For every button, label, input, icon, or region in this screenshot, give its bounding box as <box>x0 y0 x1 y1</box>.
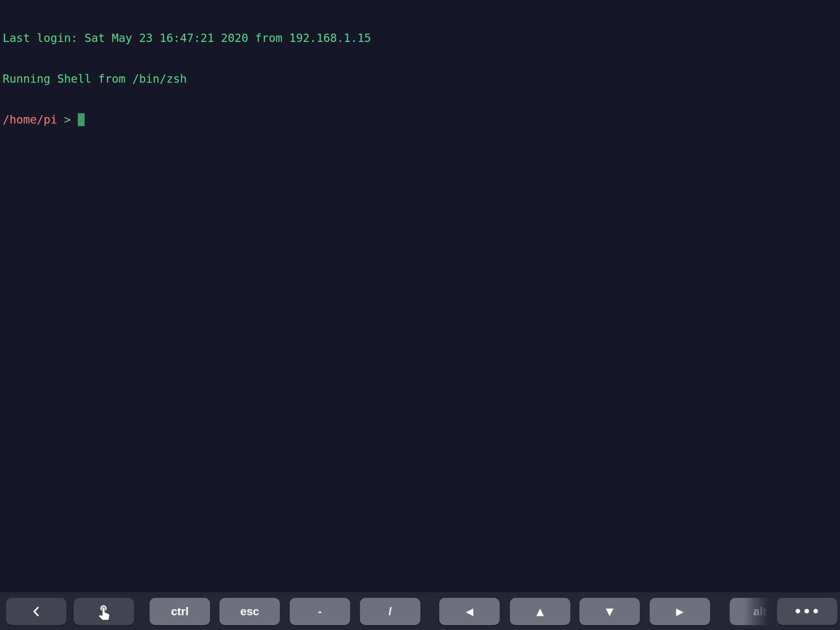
arrow-up-icon: ▲ <box>536 606 544 617</box>
esc-key-label: esc <box>240 605 259 618</box>
dash-key-label: - <box>318 605 322 618</box>
arrow-down-icon: ▼ <box>606 606 613 617</box>
terminal-cursor <box>78 113 85 126</box>
dash-key[interactable]: - <box>290 598 350 625</box>
touch-input-key[interactable] <box>74 598 134 625</box>
arrow-down-key[interactable]: ▼ <box>579 598 640 625</box>
more-keys-icon: ••• <box>794 604 820 619</box>
ctrl-key-label: ctrl <box>171 605 189 618</box>
prompt-symbol: > <box>57 113 78 126</box>
arrow-left-icon: ◀ <box>466 606 473 617</box>
terminal-line-last-login: Last login: Sat May 23 16:47:21 2020 fro… <box>3 32 840 45</box>
chevron-left-icon <box>30 605 43 618</box>
terminal-prompt-line: /home/pi > <box>3 113 840 126</box>
arrow-left-key[interactable]: ◀ <box>439 598 500 625</box>
slash-key-label: / <box>388 605 392 618</box>
tap-gesture-icon <box>96 603 112 620</box>
more-keys-key[interactable]: ••• <box>777 598 837 625</box>
dismiss-keyboard-key[interactable] <box>6 598 66 625</box>
slash-key[interactable]: / <box>360 598 420 625</box>
esc-key[interactable]: esc <box>219 598 280 625</box>
keyboard-accessory-bar: ctrl esc - / ◀ ▲ ▼ ▶ alt ••• <box>0 592 840 630</box>
terminal-app-screen: Last login: Sat May 23 16:47:21 2020 fro… <box>0 0 840 630</box>
terminal-output-area[interactable]: Last login: Sat May 23 16:47:21 2020 fro… <box>0 0 840 592</box>
arrow-up-key[interactable]: ▲ <box>510 598 570 625</box>
terminal-line-running-shell: Running Shell from /bin/zsh <box>3 72 840 86</box>
alt-key-label: alt <box>753 605 766 618</box>
arrow-right-icon: ▶ <box>676 606 684 617</box>
ctrl-key[interactable]: ctrl <box>150 598 210 625</box>
prompt-path: /home/pi <box>3 113 57 126</box>
arrow-right-key[interactable]: ▶ <box>650 598 710 625</box>
